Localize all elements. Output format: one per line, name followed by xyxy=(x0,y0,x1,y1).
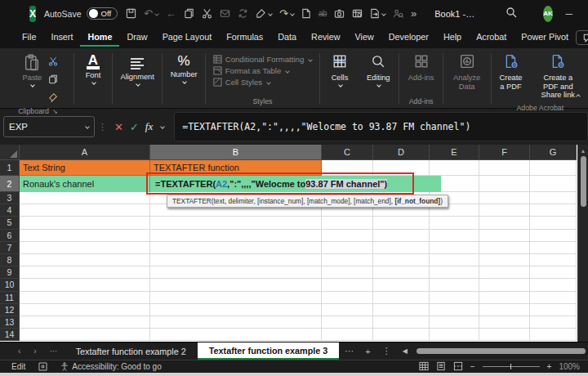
cell-C7[interactable] xyxy=(322,242,373,254)
cell-C12[interactable] xyxy=(322,304,373,316)
cell-C14[interactable] xyxy=(322,329,373,341)
cell-C8[interactable] xyxy=(322,254,373,266)
cell-styles-button[interactable]: Cell Styles xyxy=(213,78,313,87)
name-box[interactable]: EXP xyxy=(3,116,95,137)
cell-F8[interactable] xyxy=(479,254,530,266)
zoom-level[interactable]: 100% xyxy=(559,362,580,371)
cell-F3[interactable] xyxy=(479,192,530,204)
cell-G3[interactable] xyxy=(530,192,577,204)
cell-A2[interactable]: Ronauk's channel xyxy=(20,176,150,192)
cell-G4[interactable] xyxy=(530,204,577,217)
row-header-4[interactable]: 4 xyxy=(0,204,20,217)
cell-F14[interactable] xyxy=(479,329,530,341)
new-file-icon[interactable] xyxy=(301,8,311,19)
cell-D10[interactable] xyxy=(373,279,430,291)
cell-E6[interactable] xyxy=(430,230,479,242)
cell-A1[interactable]: Text String xyxy=(20,160,150,176)
cell-B6[interactable] xyxy=(150,230,322,242)
column-header-D[interactable]: D xyxy=(373,145,430,160)
cell-C11[interactable] xyxy=(322,292,373,304)
ribbon-tab-page-layout[interactable]: Page Layout xyxy=(155,29,220,47)
cell-B12[interactable] xyxy=(150,304,322,316)
row-header-10[interactable]: 10 xyxy=(0,279,20,291)
formula-input[interactable]: =TEXTAFTER(A2,":",,,,"Welocme to 93.87 F… xyxy=(174,112,588,141)
ribbon-copy-icon[interactable] xyxy=(48,73,58,87)
ribbon-cut-icon[interactable] xyxy=(48,55,58,69)
cancel-formula-icon[interactable]: ✕ xyxy=(114,121,123,133)
cell-E11[interactable] xyxy=(430,292,479,304)
cell-G12[interactable] xyxy=(530,304,577,316)
font-button[interactable]: A Font xyxy=(81,51,106,87)
addins-button[interactable]: Add-ins xyxy=(403,51,439,84)
cell-B13[interactable] xyxy=(150,316,322,329)
page-layout-view-icon[interactable] xyxy=(436,361,446,373)
cell-E7[interactable] xyxy=(430,242,479,254)
cell-G6[interactable] xyxy=(530,230,577,242)
column-header-A[interactable]: A xyxy=(20,145,150,160)
ribbon-tab-developer[interactable]: Developer xyxy=(381,29,436,47)
cell-F2[interactable] xyxy=(479,176,530,192)
cell-F9[interactable] xyxy=(479,266,530,279)
normal-view-icon[interactable] xyxy=(419,361,429,373)
cell-B14[interactable] xyxy=(150,329,322,341)
camera-icon[interactable] xyxy=(334,8,345,19)
autosave-toggle[interactable]: Off xyxy=(87,7,118,20)
ribbon-tab-formulas[interactable]: Formulas xyxy=(219,29,270,47)
cells-button[interactable]: Cells xyxy=(327,51,354,89)
row-header-6[interactable]: 6 xyxy=(0,230,20,242)
cell-F5[interactable] xyxy=(479,217,530,229)
qat-overflow-icon[interactable]: » xyxy=(411,7,416,20)
cell-D6[interactable] xyxy=(373,230,430,242)
cell-A12[interactable] xyxy=(20,304,150,316)
cell-B10[interactable] xyxy=(150,279,322,291)
cell-D8[interactable] xyxy=(373,254,430,266)
cell-F6[interactable] xyxy=(479,230,530,242)
create-pdf-button[interactable]: Create a PDF xyxy=(495,51,528,93)
column-header-B[interactable]: B xyxy=(150,145,322,160)
zoom-in-icon[interactable]: + xyxy=(547,362,552,371)
cell-B5[interactable] xyxy=(150,217,322,229)
cell-F7[interactable] xyxy=(479,242,530,254)
cell-A7[interactable] xyxy=(20,242,150,254)
alignment-button[interactable]: Alignment xyxy=(116,51,159,88)
cell-G8[interactable] xyxy=(530,254,577,266)
row-header-5[interactable]: 5 xyxy=(0,217,20,229)
ribbon-tab-power-pivot[interactable]: Power Pivot xyxy=(514,29,576,47)
scroll-left-icon[interactable]: ◀ xyxy=(397,347,413,355)
cell-G1[interactable] xyxy=(530,160,577,176)
new-sheet-button[interactable]: + xyxy=(359,347,376,356)
vertical-scrollbar[interactable]: ▲ xyxy=(577,145,588,342)
column-header-F[interactable]: F xyxy=(479,145,530,160)
row-header-14[interactable]: 14 xyxy=(0,329,20,341)
cell-C13[interactable] xyxy=(322,316,373,329)
cell-C6[interactable] xyxy=(322,230,373,242)
cell-F10[interactable] xyxy=(479,279,530,291)
ribbon-tab-review[interactable]: Review xyxy=(304,29,347,47)
cell-E9[interactable] xyxy=(430,266,479,279)
sheet-next-icon[interactable]: › xyxy=(27,347,42,356)
cell-G14[interactable] xyxy=(530,329,577,341)
dialog-launcher-icon[interactable]: ↘ xyxy=(52,108,58,115)
row-header-9[interactable]: 9 xyxy=(0,266,20,279)
sheet-options-icon[interactable]: ⋮ xyxy=(376,346,397,356)
number-button[interactable]: % Number xyxy=(166,51,203,86)
format-as-table-button[interactable]: Format as Table xyxy=(213,66,313,75)
cell-F1[interactable] xyxy=(479,160,530,176)
cell-A4[interactable] xyxy=(20,204,150,217)
scroll-up-icon[interactable]: ▲ xyxy=(581,148,586,154)
copy-icon[interactable] xyxy=(184,8,194,19)
cell-A9[interactable] xyxy=(20,266,150,279)
cell-G11[interactable] xyxy=(530,292,577,304)
column-header-G[interactable]: G xyxy=(530,145,577,160)
cell-D5[interactable] xyxy=(373,217,430,229)
row-header-1[interactable]: 1 xyxy=(0,160,20,176)
row-header-2[interactable]: 2 xyxy=(0,176,20,192)
cell-E12[interactable] xyxy=(430,304,479,316)
cell-G10[interactable] xyxy=(530,279,577,291)
zoom-slider[interactable] xyxy=(483,366,540,367)
cell-G7[interactable] xyxy=(530,242,577,254)
conditional-formatting-button[interactable]: Conditional Formatting xyxy=(213,55,313,64)
paste-button[interactable]: Paste xyxy=(18,51,47,89)
autosave-control[interactable]: AutoSave Off xyxy=(44,7,118,20)
minimize-button[interactable]: ─ xyxy=(553,0,586,27)
